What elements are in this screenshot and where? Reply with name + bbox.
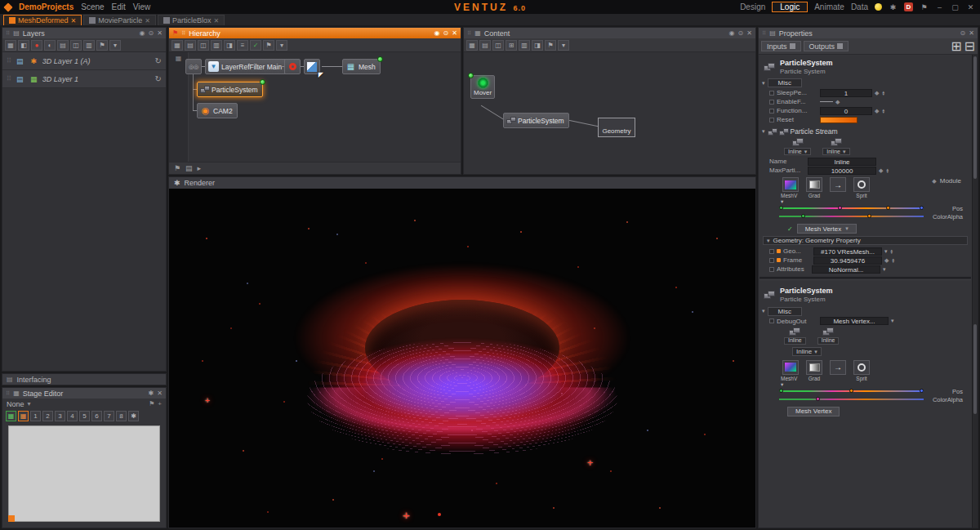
misc-section-bar[interactable]: ▾ Misc	[760, 78, 971, 88]
gear-icon[interactable]: ✱	[149, 390, 154, 397]
caret-down-icon[interactable]: ▾	[884, 248, 888, 255]
mesh-vertex-button[interactable]: Mesh Vertex	[787, 407, 840, 416]
minimize-button[interactable]: –	[935, 3, 944, 11]
node-particlesystem-content[interactable]: ParticleSystem	[503, 113, 569, 128]
close-icon[interactable]: ✕	[452, 30, 457, 37]
dropdown-button[interactable]: ▾	[558, 40, 569, 51]
particle-stream-bar[interactable]: ▾ Particle Stream	[760, 127, 971, 136]
node-mesh[interactable]: ▦ Mesh	[342, 59, 381, 74]
tab-close-icon[interactable]: ✕	[71, 17, 77, 24]
menu-scene[interactable]: Scene	[81, 2, 104, 11]
target-icon[interactable]: ⊙	[738, 30, 744, 37]
inline-node[interactable]: Inline	[817, 327, 840, 345]
close-button[interactable]: ✕	[966, 3, 975, 11]
caret-down-icon[interactable]: ▾	[28, 400, 31, 408]
inline-dropdown[interactable]: Inline	[817, 337, 840, 345]
mode-data[interactable]: Data	[851, 2, 868, 11]
value-field[interactable]: 1	[820, 89, 872, 97]
content-canvas[interactable]: Mover ParticleSystem Geometry	[464, 52, 755, 174]
toolbar-button[interactable]: ▥	[519, 40, 530, 51]
stage-preview[interactable]	[8, 425, 160, 522]
tab-outputs[interactable]: Outputs	[804, 41, 849, 51]
keyframe-diamond-icon[interactable]: ◆	[875, 90, 879, 96]
toolbar-button[interactable]: ▤	[479, 40, 491, 51]
preset-select[interactable]: None	[7, 400, 24, 408]
tab-movieparticle[interactable]: MovieParticle ✕	[83, 15, 156, 25]
module-arrow-node[interactable]: →	[828, 177, 848, 192]
toolbar-button[interactable]: ▤	[185, 40, 196, 51]
geometry-property-header[interactable]: ▾ Geometry: Geometry Property	[763, 236, 968, 245]
system-gears-node[interactable]: ◎◎	[185, 59, 202, 74]
close-icon[interactable]: ✕	[746, 30, 752, 37]
toolbar-button[interactable]: ◫	[198, 40, 209, 51]
stage-slot-4[interactable]: 4	[67, 411, 78, 421]
stage-slot-6[interactable]: 6	[91, 411, 102, 421]
refresh-icon[interactable]: ↻	[155, 74, 162, 83]
gradient-curve-area[interactable]: Pos ColorAlpha	[779, 386, 963, 406]
module-arrow-node[interactable]: →	[828, 360, 848, 375]
scrollbar-thumb[interactable]	[973, 324, 977, 414]
module-sprite-node[interactable]: Sprit	[852, 177, 871, 198]
expand-icon[interactable]: ⊞	[951, 38, 961, 54]
stage-slot-edit[interactable]: ▦	[18, 411, 29, 421]
flag-button[interactable]: ⚑	[96, 40, 108, 51]
properties-scrollbar[interactable]	[972, 55, 978, 528]
pin-icon[interactable]: ⚑	[172, 29, 178, 37]
checkbox[interactable]	[769, 249, 774, 254]
checkbox[interactable]	[769, 318, 774, 323]
eye-icon[interactable]: ◉	[140, 30, 145, 37]
stepper[interactable]: ▲▼	[890, 249, 893, 254]
gradient-curve-area[interactable]: Pos ColorAlpha	[779, 203, 963, 223]
misc-section-bar[interactable]: ▾ Misc	[760, 306, 971, 317]
eye-icon[interactable]: ◉	[434, 30, 440, 37]
caret-down-icon[interactable]: ▾	[891, 318, 894, 324]
inline-dropdown[interactable]: Inline▾	[792, 347, 822, 356]
flag-icon[interactable]: ⚑	[174, 164, 180, 172]
gear-icon[interactable]: ✱	[889, 3, 898, 11]
section-splitter[interactable]	[760, 277, 971, 280]
target-icon[interactable]: ⊙	[960, 30, 966, 37]
collapse-icon[interactable]: ⊟	[964, 38, 975, 54]
node-particlesystem[interactable]: ParticleSystem	[197, 82, 263, 97]
tab-close-icon[interactable]: ✕	[145, 17, 150, 24]
tab-close-icon[interactable]: ✕	[214, 17, 220, 24]
flag-button[interactable]: ⚑	[263, 40, 274, 51]
target-icon[interactable]: ⊙	[149, 30, 154, 37]
value-field[interactable]: 0	[820, 107, 872, 115]
mesh-vertex-dropdown[interactable]: Mesh Vertex ▾	[797, 224, 857, 234]
flag-button[interactable]: ⚑	[545, 40, 556, 51]
keyframe-diamond-icon[interactable]: ◆	[879, 167, 883, 174]
toolbar-button[interactable]: ▤	[57, 40, 69, 51]
menu-demoprojects[interactable]: DemoProjects	[19, 2, 74, 11]
tab-inputs[interactable]: Inputs	[761, 41, 801, 51]
toolbar-button[interactable]: ◫	[70, 40, 82, 51]
gear-icon[interactable]: ✱	[174, 179, 180, 187]
doc-icon[interactable]: ▤	[185, 164, 193, 172]
inline-dropdown[interactable]: Inline	[784, 337, 806, 345]
toolbar-button[interactable]: ◫	[492, 40, 504, 51]
renderer-viewport[interactable]: + + +	[169, 189, 755, 528]
node-geometry[interactable]: Geometry	[598, 118, 635, 137]
geo-select[interactable]: #170 VResMesh...	[813, 247, 882, 256]
record-button[interactable]: ●	[31, 40, 42, 51]
toolbar-button[interactable]: ◧	[18, 40, 29, 51]
mode-design[interactable]: Design	[740, 2, 765, 11]
module-mesh-node[interactable]: MeshV ▾	[781, 177, 800, 205]
reset-progress-bar[interactable]	[820, 117, 858, 123]
close-icon[interactable]: ✕	[157, 390, 163, 397]
validate-check-button[interactable]: ✓	[250, 40, 261, 51]
stepper[interactable]: ▲▼	[891, 258, 894, 263]
toolbar-button[interactable]: ≡	[237, 40, 248, 51]
layer-row-2[interactable]: ⠿ ▤ ▦ 3D Layer 1 ↻	[2, 70, 166, 88]
d-badge-icon[interactable]: D	[904, 2, 913, 11]
hierarchy-canvas[interactable]: ▦ ◎◎ ▼ LayerRefFilter Main	[169, 52, 461, 162]
stage-slot-7[interactable]: 7	[104, 411, 114, 421]
refresh-icon[interactable]: ↻	[155, 56, 162, 65]
toolbar-button[interactable]: ▦	[5, 40, 16, 51]
stage-slot-3[interactable]: 3	[55, 411, 65, 421]
caret-down-icon[interactable]: ▾	[767, 238, 770, 244]
debugout-select[interactable]: Mesh Vertex...	[820, 317, 889, 325]
inline-node[interactable]: Inline▾	[784, 138, 811, 155]
module-sprite-node[interactable]: Sprit	[852, 360, 871, 381]
pin-icon[interactable]: ⚑	[149, 400, 154, 408]
